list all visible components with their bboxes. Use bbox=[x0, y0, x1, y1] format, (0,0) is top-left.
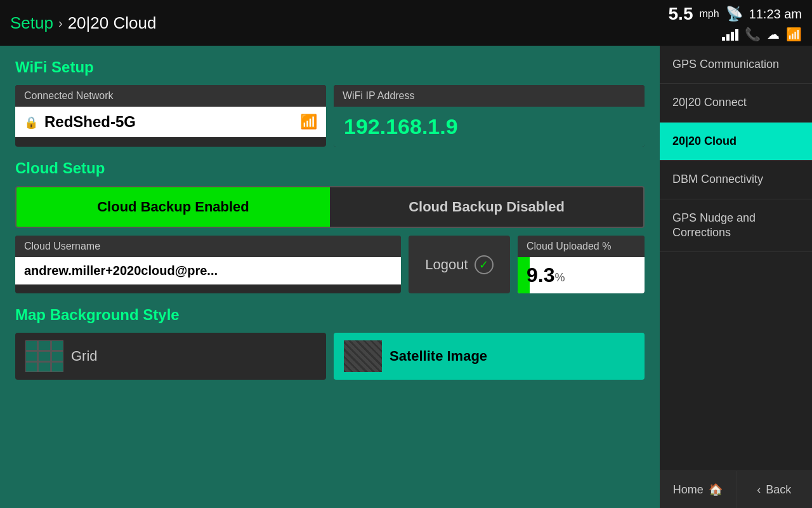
wifi-network-box: Connected Network RedShed-5G 📶 bbox=[15, 85, 326, 147]
phone-icon: 📞 bbox=[745, 27, 761, 42]
upload-number: 9.3 bbox=[527, 264, 554, 287]
cloud-enabled-btn[interactable]: Cloud Backup Enabled bbox=[16, 187, 330, 227]
home-label: Home bbox=[673, 483, 704, 497]
breadcrumb: Setup › 20|20 Cloud bbox=[10, 13, 669, 33]
network-value: RedShed-5G bbox=[44, 113, 136, 131]
speed-unit: mph bbox=[699, 8, 719, 20]
sidebar-item-gps-nudge[interactable]: GPS Nudge and Corrections bbox=[660, 199, 812, 253]
sidebar-item-dbm[interactable]: DBM Connectivity bbox=[660, 161, 812, 199]
ip-value: 192.168.1.9 bbox=[344, 114, 458, 139]
satellite-thumbnail bbox=[344, 340, 382, 372]
sidebar-item-2020-cloud[interactable]: 20|20 Cloud bbox=[660, 123, 812, 161]
breadcrumb-chevron: › bbox=[58, 16, 63, 30]
wifi-signal-icon: 📶 bbox=[300, 114, 317, 130]
status-area: 5.5 mph 📡 11:23 am 📞 ☁ 📶 bbox=[669, 4, 802, 42]
sidebar: GPS Communication 20|20 Connect 20|20 Cl… bbox=[660, 46, 812, 508]
topbar: Setup › 20|20 Cloud 5.5 mph 📡 11:23 am 📞… bbox=[0, 0, 812, 46]
wifi-icon-top: 📶 bbox=[786, 27, 802, 42]
wifi-section-title: WiFi Setup bbox=[15, 58, 645, 76]
main-layout: WiFi Setup Connected Network RedShed-5G … bbox=[0, 46, 812, 508]
network-label: Connected Network bbox=[15, 85, 326, 107]
sidebar-bottom: Home 🏠 ‹ Back bbox=[660, 471, 812, 508]
cloud-toggle-row: Cloud Backup Enabled Cloud Backup Disabl… bbox=[15, 186, 645, 228]
ip-value-box: 192.168.1.9 bbox=[334, 107, 645, 147]
signal-bars bbox=[722, 28, 738, 41]
map-row: Grid Satellite Image bbox=[15, 333, 645, 380]
satellite-btn[interactable]: Satellite Image bbox=[334, 333, 645, 380]
grid-label: Grid bbox=[71, 348, 98, 364]
cloud-upload-box: Cloud Uploaded % 9.3 % bbox=[518, 236, 645, 293]
cloud-details-row: Cloud Username andrew.miller+2020cloud@p… bbox=[15, 236, 645, 293]
speed-value: 5.5 bbox=[669, 4, 693, 24]
network-value-box: RedShed-5G 📶 bbox=[15, 107, 326, 137]
sidebar-item-gps-comm[interactable]: GPS Communication bbox=[660, 46, 812, 84]
cloud-username-box: Cloud Username andrew.miller+2020cloud@p… bbox=[15, 236, 401, 293]
content-area: WiFi Setup Connected Network RedShed-5G … bbox=[0, 46, 660, 508]
upload-percent: % bbox=[554, 271, 565, 284]
grid-btn[interactable]: Grid bbox=[15, 333, 326, 380]
page-title: 20|20 Cloud bbox=[68, 13, 157, 33]
wifi-row: Connected Network RedShed-5G 📶 WiFi IP A… bbox=[15, 85, 645, 147]
satellite-label: Satellite Image bbox=[390, 348, 487, 364]
home-button[interactable]: Home 🏠 bbox=[660, 471, 737, 508]
sidebar-item-2020-connect[interactable]: 20|20 Connect bbox=[660, 84, 812, 122]
sidebar-spacer bbox=[660, 252, 812, 471]
wifi-ip-box: WiFi IP Address 192.168.1.9 bbox=[334, 85, 645, 147]
ip-label: WiFi IP Address bbox=[334, 85, 645, 107]
back-chevron-icon: ‹ bbox=[757, 483, 761, 497]
logout-check-icon: ✓ bbox=[475, 255, 494, 274]
cloud-disabled-btn[interactable]: Cloud Backup Disabled bbox=[330, 187, 643, 227]
gps-icon: 📡 bbox=[726, 6, 743, 22]
cloud-icon: ☁ bbox=[767, 27, 780, 42]
logout-label: Logout bbox=[425, 257, 468, 273]
upload-value-box: 9.3 % bbox=[518, 257, 645, 293]
upload-label: Cloud Uploaded % bbox=[518, 236, 645, 257]
username-label: Cloud Username bbox=[15, 236, 401, 257]
cloud-section-title: Cloud Setup bbox=[15, 159, 645, 177]
logout-button[interactable]: Logout ✓ bbox=[409, 236, 510, 293]
grid-thumbnail bbox=[25, 340, 63, 372]
status-row1: 5.5 mph 📡 11:23 am bbox=[669, 4, 802, 24]
username-value-box: andrew.miller+2020cloud@pre... bbox=[15, 257, 401, 284]
username-value: andrew.miller+2020cloud@pre... bbox=[24, 264, 218, 278]
lock-icon bbox=[24, 114, 38, 130]
map-section-title: Map Background Style bbox=[15, 306, 645, 324]
setup-link[interactable]: Setup bbox=[10, 13, 53, 33]
home-icon: 🏠 bbox=[709, 483, 723, 497]
back-label: Back bbox=[766, 483, 791, 497]
status-row2: 📞 ☁ 📶 bbox=[722, 27, 802, 42]
back-button[interactable]: ‹ Back bbox=[737, 471, 813, 508]
time-display: 11:23 am bbox=[749, 7, 802, 22]
